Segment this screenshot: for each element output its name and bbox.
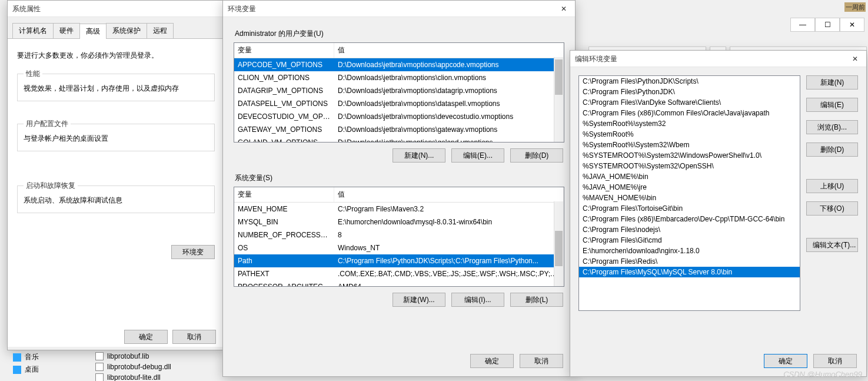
edit-environment-variable-dialog: 编辑环境变量 ✕ C:\Program Files\PythonJDK\Scri…: [570, 50, 867, 377]
var-name: Path: [234, 256, 334, 266]
tab-4[interactable]: 远程: [147, 23, 174, 38]
list-item[interactable]: libprotobuf-debug.dll: [95, 362, 171, 372]
editpath-cancel-button[interactable]: 取消: [813, 354, 857, 368]
var-name: DEVECOSTUDIO_VM_OPT...: [234, 111, 334, 122]
path-entry[interactable]: C:\Program Files\nodejs\: [579, 224, 800, 235]
file-name: libprotobuf.lib: [107, 352, 149, 360]
tab-0[interactable]: 计算机名: [12, 23, 54, 38]
envvars-title: 环境变量: [228, 1, 256, 17]
var-name: OS: [234, 243, 334, 253]
envvars-close-icon[interactable]: ✕: [557, 1, 570, 17]
path-move-up-button[interactable]: 上移(U): [806, 179, 858, 193]
table-row[interactable]: PATHEXT.COM;.EXE;.BAT;.CMD;.VBS;.VBE;.JS…: [234, 267, 564, 280]
var-name: DATASPELL_VM_OPTIONS: [234, 98, 334, 109]
table-row[interactable]: GOLAND_VM_OPTIONSD:\Downloads\jetbra\vmo…: [234, 136, 564, 143]
table-row[interactable]: OSWindows_NT: [234, 241, 564, 254]
editpath-close-icon[interactable]: ✕: [849, 51, 862, 67]
user-new-button[interactable]: 新建(N)...: [393, 148, 445, 163]
path-entry[interactable]: %SYSTEMROOT%\System32\WindowsPowerShell\…: [579, 150, 800, 161]
path-entry[interactable]: C:\Program Files\PythonJDK\: [579, 87, 800, 97]
user-edit-button[interactable]: 编辑(E)...: [451, 148, 504, 163]
background-max-button[interactable]: ☐: [815, 18, 840, 32]
path-entry[interactable]: %JAVA_HOME%\jre: [579, 182, 800, 193]
tree-item-desktop[interactable]: 桌面: [13, 363, 95, 376]
var-value: D:\Downloads\jetbra\vmoptions\appcode.vm…: [334, 59, 564, 70]
performance-legend: 性能: [24, 69, 42, 79]
scrollbar[interactable]: [554, 201, 564, 286]
path-entries-list[interactable]: C:\Program Files\PythonJDK\Scripts\C:\Pr…: [578, 75, 800, 311]
sysprops-tabs: 计算机名硬件高级系统保护远程: [8, 17, 224, 39]
path-entry[interactable]: %SystemRoot%: [579, 129, 800, 140]
var-name: GATEWAY_VM_OPTIONS: [234, 124, 334, 135]
path-move-down-button[interactable]: 下移(O): [806, 201, 858, 216]
tree-label: 音乐: [25, 352, 39, 362]
var-value: D:\Downloads\jetbra\vmoptions\clion.vmop…: [334, 72, 564, 83]
background-file-list: 音乐 桌面 libprotobuf.liblibprotobuf-debug.d…: [13, 351, 213, 381]
path-entry[interactable]: C:\Program Files\Redis\: [579, 256, 800, 267]
table-row[interactable]: NUMBER_OF_PROCESSORS8: [234, 228, 564, 241]
background-close-button[interactable]: ✕: [840, 18, 864, 32]
user-col-name: 变量: [234, 43, 334, 58]
table-row[interactable]: PathC:\Program Files\PythonJDK\Scripts\;…: [234, 254, 564, 267]
tab-1[interactable]: 硬件: [53, 23, 80, 38]
var-value: D:\Downloads\jetbra\vmoptions\goland.vmo…: [334, 137, 564, 143]
table-row[interactable]: DATASPELL_VM_OPTIONSD:\Downloads\jetbra\…: [234, 97, 564, 110]
admin-note: 要进行大多数更改，你必须作为管理员登录。: [17, 51, 215, 61]
envvars-ok-button[interactable]: 确定: [470, 354, 514, 368]
path-edit-button[interactable]: 编辑(E): [806, 98, 858, 112]
path-entry[interactable]: C:\Program Files\PythonJDK\Scripts\: [579, 76, 800, 87]
file-icon: [95, 352, 104, 360]
path-entry[interactable]: C:\Program Files (x86)\Common Files\Orac…: [579, 108, 800, 118]
path-entry[interactable]: %JAVA_HOME%\bin: [579, 171, 800, 182]
path-entry[interactable]: %SystemRoot%\System32\Wbem: [579, 140, 800, 150]
var-name: PROCESSOR_ARCHITECT...: [234, 281, 334, 287]
list-item[interactable]: libprotobuf.lib: [95, 351, 171, 362]
table-row[interactable]: DEVECOSTUDIO_VM_OPT...D:\Downloads\jetbr…: [234, 110, 564, 123]
background-min-button[interactable]: —: [790, 18, 815, 32]
envvars-cancel-button[interactable]: 取消: [520, 354, 563, 368]
path-entry[interactable]: C:\Program Files\VanDyke Software\Client…: [579, 97, 800, 108]
path-entry[interactable]: %SYSTEMROOT%\System32\OpenSSH\: [579, 161, 800, 171]
file-icon: [95, 373, 104, 381]
user-variables-list[interactable]: 变量 值 APPCODE_VM_OPTIONSD:\Downloads\jetb…: [234, 42, 564, 143]
path-entry[interactable]: %MAVEN_HOME%\bin: [579, 193, 800, 203]
path-new-button[interactable]: 新建(N): [806, 75, 858, 90]
desktop-icon: [13, 366, 21, 374]
startup-recovery-legend: 启动和故障恢复: [24, 181, 78, 191]
list-item[interactable]: libprotobuf-lite.dll: [95, 372, 171, 381]
var-name: CLION_VM_OPTIONS: [234, 72, 334, 83]
var-value: D:\Downloads\jetbra\vmoptions\gateway.vm…: [334, 124, 564, 135]
table-row[interactable]: DATAGRIP_VM_OPTIONSD:\Downloads\jetbra\v…: [234, 84, 564, 97]
table-row[interactable]: MYSQL_BINE:\humorchen\download\mysql-8.0…: [234, 216, 564, 228]
file-name: libprotobuf-lite.dll: [107, 373, 161, 381]
user-delete-button[interactable]: 删除(D): [510, 148, 563, 163]
scrollbar[interactable]: [554, 57, 564, 142]
environment-variables-dialog: 环境变量 ✕ Administrator 的用户变量(U) 变量 值 APPCO…: [222, 0, 576, 377]
tree-item-music[interactable]: 音乐: [13, 351, 95, 363]
path-entry[interactable]: %SystemRoot%\system32: [579, 118, 800, 129]
table-row[interactable]: PROCESSOR_ARCHITECT...AMD64: [234, 280, 564, 287]
path-edit-text-button[interactable]: 编辑文本(T)...: [806, 238, 858, 252]
editpath-ok-button[interactable]: 确定: [764, 354, 807, 368]
path-entry[interactable]: E:\humorchen\download\nginx-1.18.0: [579, 246, 800, 256]
table-row[interactable]: GATEWAY_VM_OPTIONSD:\Downloads\jetbra\vm…: [234, 123, 564, 136]
sysprops-title: 系统属性: [12, 1, 41, 17]
path-delete-button[interactable]: 删除(D): [806, 143, 858, 157]
table-row[interactable]: CLION_VM_OPTIONSD:\Downloads\jetbra\vmop…: [234, 71, 564, 84]
sys-edit-button[interactable]: 编辑(I)...: [451, 293, 504, 307]
path-entry[interactable]: C:\Program Files (x86)\Embarcadero\Dev-C…: [579, 214, 800, 224]
sysprops-cancel-button[interactable]: 取消: [172, 330, 216, 344]
sys-new-button[interactable]: 新建(W)...: [393, 293, 445, 307]
tab-2[interactable]: 高级: [79, 24, 107, 39]
path-entry[interactable]: C:\Program Files\TortoiseGit\bin: [579, 203, 800, 214]
table-row[interactable]: APPCODE_VM_OPTIONSD:\Downloads\jetbra\vm…: [234, 58, 564, 71]
path-entry[interactable]: C:\Program Files\MySQL\MySQL Server 8.0\…: [579, 267, 800, 277]
path-entry[interactable]: C:\Program Files\Git\cmd: [579, 235, 800, 246]
system-variables-list[interactable]: 变量 值 MAVEN_HOMEC:\Program Files\Maven3.2…: [234, 187, 564, 287]
sysprops-ok-button[interactable]: 确定: [124, 330, 168, 344]
tab-3[interactable]: 系统保护: [106, 23, 147, 38]
sys-delete-button[interactable]: 删除(L): [510, 293, 563, 307]
environment-variables-button[interactable]: 环境变: [171, 245, 215, 259]
path-browse-button[interactable]: 浏览(B)...: [806, 120, 858, 134]
table-row[interactable]: MAVEN_HOMEC:\Program Files\Maven3.2: [234, 203, 564, 216]
